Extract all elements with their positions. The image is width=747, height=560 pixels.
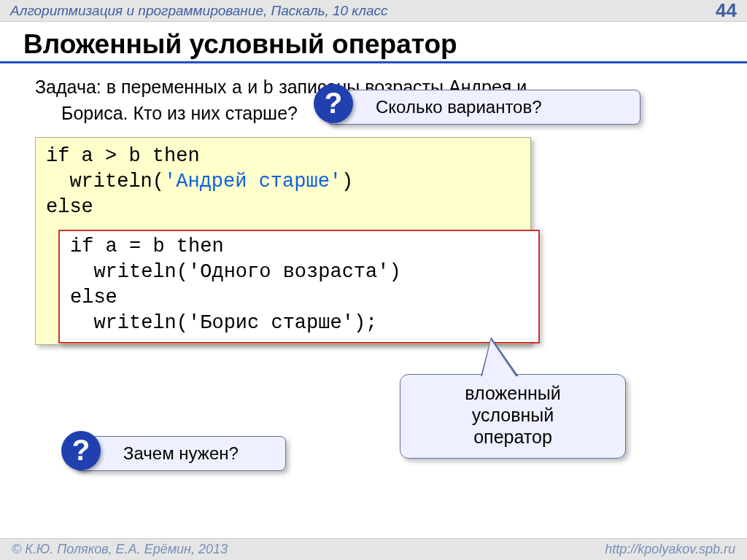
callout-why: Зачем нужен? [74,436,286,471]
nested-line-2: writeln('Одного возраста') [70,260,528,285]
bubble-line-3: оператор [411,426,615,448]
question-mark: ? [72,434,90,467]
source-url: http://kpolyakov.spb.ru [605,542,735,557]
callout-why-text: Зачем нужен? [123,443,239,464]
nested-line-3: else [70,285,528,311]
page-number: 44 [716,0,737,22]
question-icon: ? [61,431,101,470]
copyright-text: © К.Ю. Поляков, Е.А. Ерёмин, 2013 [12,542,228,557]
task-label: Задача: [35,77,101,97]
footer-bar: © К.Ю. Поляков, Е.А. Ерёмин, 2013 http:/… [0,538,747,560]
question-icon: ? [314,84,353,123]
nested-line-4: writeln('Борис старше'); [70,311,528,336]
code-line-1: if a > b then [46,144,520,169]
var-a: a [231,78,242,99]
code-line-2: writeln('Андрей старше') [46,169,520,195]
callout-variants-text: Сколько вариантов? [376,97,542,117]
header-bar: Алгоритмизация и программирование, Паска… [0,0,747,22]
bubble-line-1: вложенный [411,382,615,404]
code-block-nested: if a = b then writeln('Одного возраста')… [58,230,540,343]
nested-line-1: if a = b then [70,234,528,260]
question-mark: ? [325,87,342,120]
annotation-bubble: вложенный условный оператор [400,374,626,459]
callout-variants: Сколько вариантов? [327,90,640,125]
task-text-mid: и [242,77,263,97]
code-line-3: else [46,195,520,220]
var-b: b [263,78,274,99]
bubble-line-2: условный [411,404,615,426]
task-text-1: в переменных [101,77,232,97]
slide-title: Вложенный условный оператор [0,22,747,63]
course-label: Алгоритмизация и программирование, Паска… [10,3,388,19]
